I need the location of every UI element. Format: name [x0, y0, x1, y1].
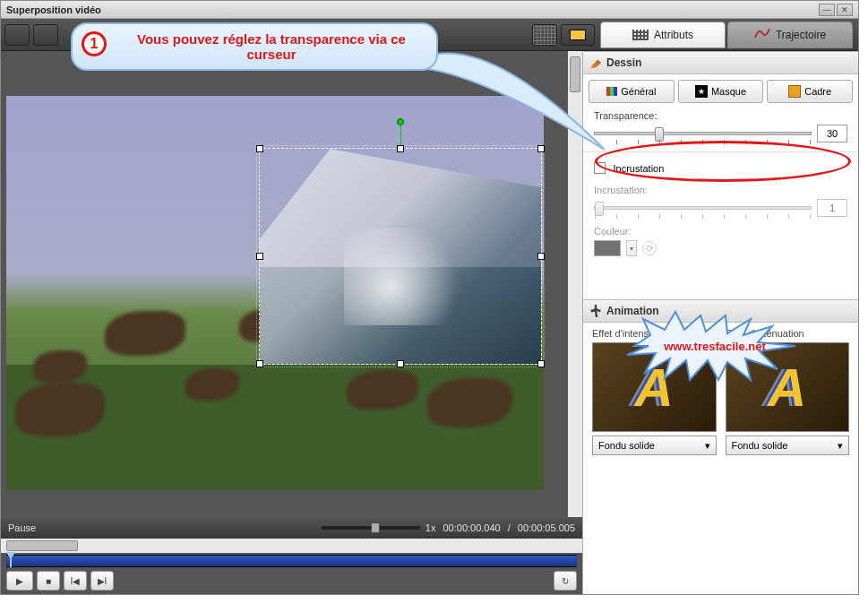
attributes-icon: [632, 30, 649, 40]
prev-frame-button[interactable]: I◀: [64, 571, 87, 591]
total-time: 00:00:05.005: [518, 522, 575, 533]
resize-handle[interactable]: [537, 253, 545, 260]
animation-icon: [590, 305, 601, 317]
minimize-button[interactable]: —: [819, 4, 835, 16]
preset-value: Fondu solide: [598, 440, 655, 451]
resize-handle[interactable]: [537, 360, 545, 367]
transparency-value[interactable]: [817, 125, 847, 142]
playback-controls: ▶ ■ I◀ ▶I ↻: [1, 567, 582, 594]
playback-status-bar: Pause 1x 00:00:00.040 / 00:00:05.005: [1, 517, 582, 539]
color-dropdown: ▾: [626, 240, 637, 256]
timeline[interactable]: [6, 555, 577, 567]
toolbar-button[interactable]: [4, 24, 30, 46]
tab-label: Attributs: [654, 29, 693, 41]
playback-status: Pause: [8, 522, 36, 533]
toolbar-button[interactable]: [33, 24, 58, 46]
tab-label: Trajectoire: [776, 29, 826, 41]
section-dessin-header[interactable]: Dessin: [583, 51, 858, 74]
subtab-label: Général: [621, 86, 656, 97]
loop-button[interactable]: ↻: [554, 571, 577, 591]
current-time: 00:00:00.040: [443, 522, 500, 533]
intensification-preset-dropdown[interactable]: Fondu solide ▾: [592, 436, 717, 455]
attenuation-preset-dropdown[interactable]: Fondu solide ▾: [726, 436, 850, 455]
title-bar: Superposition vidéo — ✕: [1, 1, 858, 19]
incrustation-value: [817, 199, 847, 217]
annotation-callout: 1 Vous pouvez réglez la transparence via…: [71, 22, 438, 71]
color-picker-button: ⟳: [642, 241, 657, 255]
next-frame-button[interactable]: ▶I: [90, 571, 114, 591]
play-button[interactable]: ▶: [6, 571, 33, 591]
star-icon: ★: [695, 85, 708, 98]
annotation-starburst: www.tresfacile.net: [625, 310, 804, 382]
window-title: Superposition vidéo: [6, 4, 817, 15]
chevron-down-icon: ▾: [705, 440, 710, 452]
frame-icon: [788, 85, 801, 98]
transparency-slider[interactable]: [594, 132, 812, 135]
chevron-down-icon: ▾: [838, 440, 843, 452]
callout-text: Vous pouvez réglez la transparence via c…: [137, 31, 406, 62]
close-button[interactable]: ✕: [837, 4, 853, 16]
stop-button[interactable]: ■: [37, 571, 60, 591]
resize-handle[interactable]: [256, 145, 263, 152]
subtab-masque[interactable]: ★ Masque: [678, 80, 764, 103]
resize-handle[interactable]: [256, 360, 263, 367]
subtab-label: Masque: [711, 86, 746, 97]
subtab-cadre[interactable]: Cadre: [767, 80, 853, 103]
transparency-label: Transparence:: [594, 110, 847, 121]
tab-trajectory[interactable]: Trajectoire: [727, 22, 853, 48]
trajectory-icon: [754, 27, 770, 42]
timeline-marker[interactable]: [6, 552, 15, 567]
speed-slider[interactable]: 1x: [43, 522, 435, 533]
speed-value: 1x: [425, 522, 436, 533]
color-swatch: [594, 240, 621, 256]
resize-handle[interactable]: [256, 253, 263, 260]
starburst-text: www.tresfacile.net: [664, 340, 766, 353]
incrustation-slider: [594, 206, 812, 210]
preset-value: Fondu solide: [732, 440, 788, 451]
time-separator: /: [508, 522, 511, 533]
incrustation-slider-label: Incrustation:: [594, 185, 847, 195]
preview-scrollbar-horizontal[interactable]: [1, 539, 582, 553]
overlay-selection[interactable]: [259, 148, 542, 365]
resize-handle[interactable]: [397, 360, 404, 367]
color-label: Couleur:: [594, 226, 847, 237]
subtab-label: Cadre: [804, 86, 831, 97]
callout-number: 1: [82, 31, 107, 56]
